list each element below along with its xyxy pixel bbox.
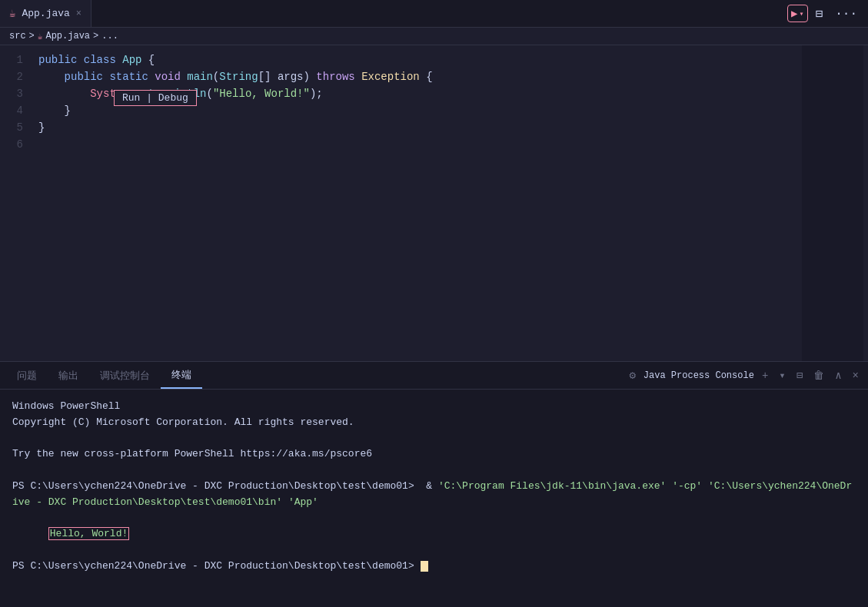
panel-tabs-list: 问题输出调试控制台终端 — [6, 362, 202, 389]
settings-gear-icon: ⚙ — [626, 367, 638, 383]
tab-label: App.java — [22, 8, 69, 19]
minimap — [802, 45, 863, 361]
breadcrumb-src[interactable]: src — [9, 31, 26, 41]
terminal-line-2: Copyright (C) Microsoft Corporation. All… — [12, 415, 856, 431]
line-number: 2 — [0, 68, 38, 85]
panel-tab-问题[interactable]: 问题 — [6, 362, 48, 389]
tab-bar: ☕ App.java × ▶ ▾ ⊟ ··· — [0, 0, 868, 28]
panel-tab-调试控制台[interactable]: 调试控制台 — [89, 362, 161, 389]
terminal-cursor — [421, 561, 428, 572]
code-container[interactable]: Run | Debug 1public class App {2 public … — [0, 45, 868, 361]
run-dropdown-icon: ▾ — [800, 9, 804, 18]
terminal-area[interactable]: Windows PowerShell Copyright (C) Microso… — [0, 390, 868, 607]
top-right-actions: ▶ ▾ ⊟ ··· — [787, 5, 868, 23]
breadcrumb: src > ☕ App.java > ... — [0, 28, 868, 45]
terminal-line-3 — [12, 431, 856, 447]
terminal-line-7: Hello, World! — [12, 511, 856, 559]
line-content: public static void main(String[] args) t… — [38, 68, 868, 85]
add-terminal-button[interactable]: + — [759, 368, 771, 383]
terminal-line-5 — [12, 463, 856, 479]
close-panel-button[interactable]: × — [850, 368, 862, 383]
code-line: 6 — [0, 136, 868, 153]
code-line: 2 public static void main(String[] args)… — [0, 68, 868, 85]
hello-world-output: Hello, World! — [48, 527, 129, 540]
panel-tab-bar: 问题输出调试控制台终端 ⚙ Java Process Console + ▾ ⊟… — [0, 362, 868, 390]
panel-right-actions: ⚙ Java Process Console + ▾ ⊟ 🗑 ∧ × — [626, 367, 862, 383]
terminal-dropdown-icon[interactable]: ▾ — [776, 367, 788, 383]
maximize-panel-button[interactable]: ∧ — [832, 367, 844, 383]
run-button[interactable]: ▶ ▾ — [787, 5, 807, 22]
split-editor-button[interactable]: ⊟ — [811, 5, 828, 23]
line-number: 3 — [0, 85, 38, 102]
kill-terminal-button[interactable]: 🗑 — [810, 368, 827, 383]
line-content: System.out.println("Hello, World!"); — [38, 85, 868, 102]
console-label: Java Process Console — [644, 370, 754, 381]
code-line: 5} — [0, 119, 868, 136]
code-editor: 1public class App {2 public static void … — [0, 51, 868, 153]
code-line: 4 } — [0, 102, 868, 119]
java-file-icon: ☕ — [9, 7, 15, 20]
code-line: 1public class App { — [0, 51, 868, 68]
editor-area: Run | Debug 1public class App {2 public … — [0, 45, 868, 361]
run-icon: ▶ — [791, 7, 797, 20]
breadcrumb-sep1: > — [29, 31, 35, 41]
more-actions-button[interactable]: ··· — [830, 5, 862, 22]
breadcrumb-java-icon: ☕ — [38, 32, 43, 41]
panel-tab-输出[interactable]: 输出 — [48, 362, 89, 389]
tab-app-java[interactable]: ☕ App.java × — [0, 0, 91, 27]
panel-tab-终端[interactable]: 终端 — [161, 362, 202, 389]
terminal-line-4: Try the new cross-platform PowerShell ht… — [12, 446, 856, 463]
tab-close-button[interactable]: × — [76, 8, 81, 19]
terminal-line-6: PS C:\Users\ychen224\OneDrive - DXC Prod… — [12, 479, 856, 511]
line-number: 5 — [0, 119, 38, 136]
terminal-line-1: Windows PowerShell — [12, 399, 856, 415]
line-number: 6 — [0, 136, 38, 153]
breadcrumb-dots[interactable]: ... — [101, 31, 118, 41]
line-content: } — [38, 102, 868, 119]
breadcrumb-sep2: > — [93, 31, 98, 41]
split-terminal-button[interactable]: ⊟ — [793, 367, 806, 383]
terminal-line-8: PS C:\Users\ychen224\OneDrive - DXC Prod… — [12, 559, 856, 575]
line-number: 1 — [0, 51, 38, 68]
line-number: 4 — [0, 102, 38, 119]
line-content: public class App { — [38, 51, 868, 68]
breadcrumb-file[interactable]: App.java — [45, 31, 90, 41]
code-line: 3 System.out.println("Hello, World!"); — [0, 85, 868, 102]
bottom-panel: 问题输出调试控制台终端 ⚙ Java Process Console + ▾ ⊟… — [0, 361, 868, 607]
line-content: } — [38, 119, 868, 136]
